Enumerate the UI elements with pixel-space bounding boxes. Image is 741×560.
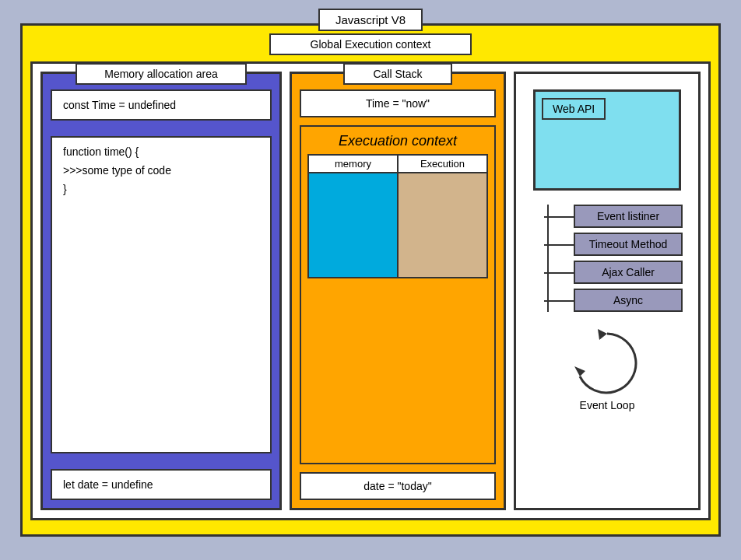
event-loop-circle [568, 326, 646, 396]
web-api-label: Web API [542, 98, 606, 120]
event-loop-area: Event Loop [568, 326, 646, 411]
memory-col: memory [309, 156, 399, 277]
right-panel: Web API Event listiner Timeout Method Aj… [514, 72, 701, 510]
svg-marker-0 [574, 366, 585, 376]
web-api-box: Web API [533, 89, 681, 191]
outer-container: Javascript V8 Global Execution context M… [20, 23, 721, 537]
inner-white-box: Memory allocation area const Time = unde… [30, 61, 711, 520]
left-panel: Memory allocation area const Time = unde… [40, 72, 282, 510]
execution-col: Execution [399, 156, 486, 277]
execution-col-header: Execution [399, 156, 486, 173]
time-now-card: Time = "now" [300, 89, 496, 117]
let-date-card: let date = undefine [51, 469, 272, 500]
svg-marker-1 [598, 329, 607, 340]
event-loop-label: Event Loop [580, 399, 635, 411]
memory-col-body [309, 173, 397, 277]
async-item: Async [574, 289, 683, 312]
global-label: Global Execution context [269, 33, 472, 55]
event-listener-item: Event listiner [574, 205, 683, 228]
timeout-method-item: Timeout Method [574, 233, 683, 256]
exec-columns: memory Execution [307, 154, 488, 278]
api-items-container: Event listiner Timeout Method Ajax Calle… [524, 205, 690, 312]
middle-panel: Call Stack Time = "now" Execuation conte… [290, 72, 506, 510]
execution-col-body [399, 173, 486, 277]
date-today-card: date = "today" [300, 472, 496, 500]
ajax-caller-item: Ajax Caller [574, 261, 683, 284]
const-time-card: const Time = undefined [51, 89, 272, 121]
memory-panel-title: Memory allocation area [76, 63, 247, 85]
execution-section: Execuation context memory Execution [300, 125, 496, 464]
event-loop-svg [568, 326, 646, 396]
title-box: Javascript V8 [318, 9, 423, 31]
page-title: Javascript V8 [335, 13, 406, 26]
callstack-title: Call Stack [343, 63, 452, 85]
memory-col-header: memory [309, 156, 397, 173]
function-time-card: function time() { >>>some type of code } [51, 136, 272, 453]
exec-title: Execuation context [307, 133, 488, 149]
